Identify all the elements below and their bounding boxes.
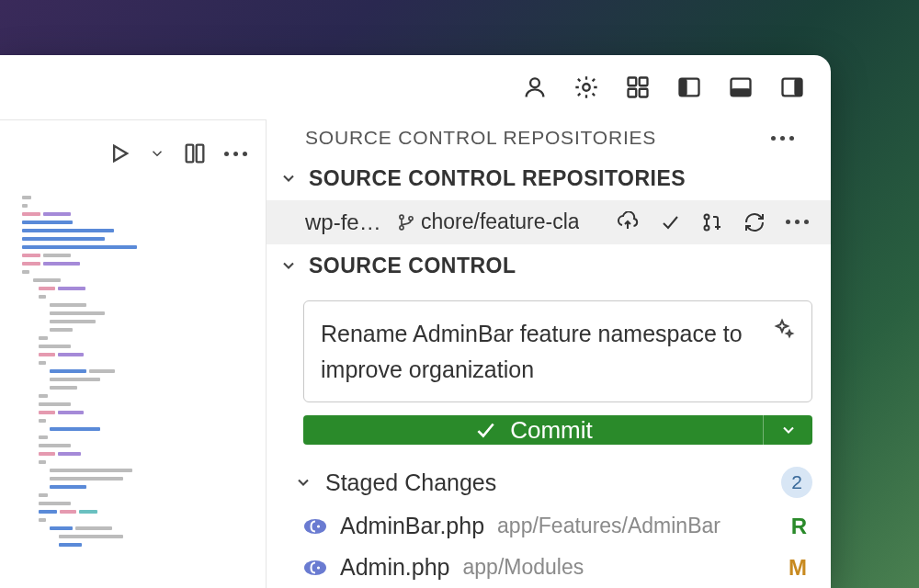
commit-dropdown-button[interactable]	[763, 415, 812, 445]
svg-rect-4	[629, 89, 637, 97]
main-body: SOURCE CONTROL REPOSITORIES SOURCE CONTR…	[0, 119, 831, 588]
svg-point-0	[530, 78, 539, 87]
file-status: R	[791, 514, 807, 539]
repository-row[interactable]: wp-fe… chore/feature-cla	[267, 200, 831, 244]
commit-message-text[interactable]: Rename AdminBar feature namespace to imp…	[321, 316, 760, 388]
sparkle-icon[interactable]	[773, 318, 795, 340]
file-path: app/Modules	[463, 555, 776, 580]
php-file-icon	[303, 516, 327, 537]
svg-point-18	[705, 214, 709, 219]
chevron-down-icon[interactable]	[149, 145, 165, 162]
git-branch-icon	[397, 213, 415, 232]
svg-point-23	[317, 566, 320, 569]
run-icon[interactable]	[107, 141, 132, 166]
svg-point-15	[400, 215, 403, 219]
svg-rect-3	[640, 78, 648, 86]
branch-indicator[interactable]: chore/feature-cla	[397, 209, 579, 234]
layout-sidebar-right-icon[interactable]	[779, 74, 805, 100]
file-row[interactable]: Admin.php app/Modules M	[267, 547, 831, 588]
repositories-section-header[interactable]: SOURCE CONTROL REPOSITORIES	[267, 157, 831, 200]
chevron-down-icon	[279, 169, 298, 187]
file-path: app/Features/AdminBar	[497, 514, 778, 538]
file-name: Admin.php	[340, 554, 450, 581]
commit-message-input[interactable]: Rename AdminBar feature namespace to imp…	[303, 300, 812, 403]
svg-point-16	[400, 226, 403, 230]
svg-rect-9	[732, 88, 751, 96]
panel-header: SOURCE CONTROL REPOSITORIES	[267, 119, 831, 157]
repository-name: wp-fe…	[305, 209, 388, 235]
svg-rect-11	[794, 79, 801, 96]
file-name: AdminBar.php	[340, 513, 484, 539]
check-icon	[473, 418, 497, 442]
gear-icon[interactable]	[573, 74, 599, 100]
editor-pane	[0, 119, 267, 588]
svg-rect-13	[187, 145, 194, 163]
staged-changes-header[interactable]: Staged Changes 2	[267, 459, 831, 505]
staged-changes-label: Staged Changes	[325, 469, 768, 496]
minimap[interactable]	[0, 187, 266, 588]
svg-point-1	[583, 84, 589, 90]
more-actions-icon[interactable]	[224, 152, 247, 156]
repositories-section-title: SOURCE CONTROL REPOSITORIES	[309, 166, 686, 191]
panel-more-icon[interactable]	[771, 136, 794, 141]
source-control-section-title: SOURCE CONTROL	[309, 254, 516, 278]
account-icon[interactable]	[522, 74, 548, 100]
create-pr-icon[interactable]	[701, 211, 723, 233]
file-status: M	[789, 555, 807, 581]
source-control-section-header[interactable]: SOURCE CONTROL	[267, 244, 831, 288]
source-control-panel: SOURCE CONTROL REPOSITORIES SOURCE CONTR…	[267, 119, 831, 588]
commit-button-group: Commit	[303, 415, 812, 445]
file-row[interactable]: AdminBar.php app/Features/AdminBar R	[267, 505, 831, 547]
php-file-icon	[303, 558, 327, 578]
svg-rect-14	[197, 145, 204, 163]
svg-marker-12	[114, 146, 127, 161]
refresh-icon[interactable]	[743, 211, 766, 233]
split-editor-icon[interactable]	[182, 141, 208, 166]
commit-check-icon[interactable]	[659, 211, 681, 233]
svg-point-19	[705, 225, 709, 230]
editor-toolbar	[0, 120, 266, 187]
svg-point-21	[317, 525, 320, 527]
layout-sidebar-left-icon[interactable]	[676, 74, 702, 100]
chevron-down-icon	[779, 421, 798, 439]
svg-rect-2	[629, 78, 637, 86]
repository-actions	[617, 211, 809, 233]
title-bar	[0, 55, 831, 119]
svg-point-17	[409, 217, 413, 220]
layout-panel-bottom-icon[interactable]	[728, 74, 754, 100]
app-window: SOURCE CONTROL REPOSITORIES SOURCE CONTR…	[0, 55, 831, 588]
publish-branch-icon[interactable]	[617, 211, 639, 233]
svg-rect-5	[640, 89, 648, 97]
svg-rect-7	[680, 79, 687, 96]
branch-name: chore/feature-cla	[421, 209, 579, 234]
commit-button[interactable]: Commit	[303, 415, 763, 445]
staged-count-badge: 2	[781, 467, 812, 498]
panel-title: SOURCE CONTROL REPOSITORIES	[305, 127, 771, 149]
chevron-down-icon	[279, 256, 298, 275]
commit-button-label: Commit	[510, 416, 593, 445]
chevron-down-icon	[294, 473, 312, 492]
repo-more-icon[interactable]	[786, 220, 809, 224]
extensions-icon[interactable]	[625, 74, 651, 100]
